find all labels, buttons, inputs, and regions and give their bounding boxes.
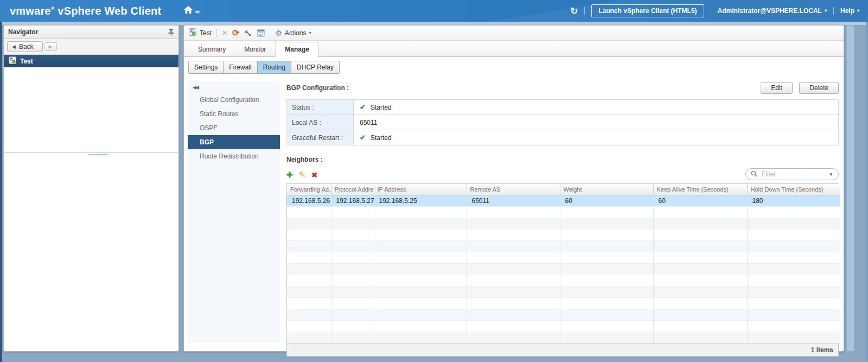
launch-vsphere-client-button[interactable]: Launch vSphere Client (HTML5) xyxy=(591,4,704,17)
actions-menu-button[interactable]: ⚙ Actions ▾ xyxy=(275,29,311,37)
column-header-protocol-address[interactable]: Protocol Address xyxy=(331,184,374,195)
chevron-down-icon: ▾ xyxy=(857,9,859,13)
column-header-remote-as[interactable]: Remote AS xyxy=(467,184,560,195)
help-menu-label: Help xyxy=(840,7,854,15)
neighbors-title: Neighbors : xyxy=(286,156,839,163)
tab-monitor[interactable]: Monitor xyxy=(235,42,275,56)
cell-empty xyxy=(560,332,653,344)
status-check-icon: ✔ xyxy=(360,134,366,142)
cell-empty xyxy=(287,241,331,252)
subnav-item-route-redistribution[interactable]: Route Redistribution xyxy=(188,149,280,163)
cell-empty xyxy=(467,207,560,218)
subtab-dhcp-relay[interactable]: DHCP Relay xyxy=(291,61,340,74)
cell-empty xyxy=(467,275,560,287)
neighbors-grid: Forwarding Ad...Protocol AddressIP Addre… xyxy=(286,183,839,344)
table-row[interactable]: 192.168.5.26192.168.5.27192.168.5.256501… xyxy=(287,195,840,207)
filter-dropdown-icon[interactable]: ▼ xyxy=(829,172,833,177)
cell-empty xyxy=(331,287,374,298)
column-header-forwarding-ad[interactable]: Forwarding Ad... xyxy=(287,184,331,195)
grid-header-row: Forwarding Ad...Protocol AddressIP Addre… xyxy=(287,184,840,195)
separator xyxy=(270,29,270,37)
tab-summary[interactable]: Summary xyxy=(189,42,234,56)
cell-empty xyxy=(747,252,840,264)
items-count: 1 items xyxy=(286,344,839,357)
menu-hamburger-icon[interactable]: ≡ xyxy=(195,7,200,15)
filter-input[interactable] xyxy=(761,170,826,179)
config-label: Graceful Restart : xyxy=(287,130,354,145)
console-icon[interactable] xyxy=(257,29,265,37)
nsx-edge-icon xyxy=(9,56,16,66)
cell-empty xyxy=(467,321,560,332)
cell-empty xyxy=(331,309,374,321)
edit-neighbor-icon[interactable]: ✎ xyxy=(299,170,306,180)
separator xyxy=(584,7,585,15)
subnav-item-ospf[interactable]: OSPF xyxy=(188,121,280,135)
navigator-splitter[interactable] xyxy=(4,153,178,153)
back-button[interactable]: ◀Back xyxy=(7,41,43,52)
help-menu[interactable]: Help▾ xyxy=(840,7,859,15)
subtab-routing[interactable]: Routing xyxy=(258,61,291,74)
delete-object-icon[interactable]: ✕ xyxy=(222,30,227,36)
subtab-firewall[interactable]: Firewall xyxy=(224,61,257,74)
cell: 60 xyxy=(653,195,747,207)
home-button[interactable]: ≡ xyxy=(184,6,200,16)
manage-content: SettingsFirewallRoutingDHCP Relay ◀◀ Glo… xyxy=(184,56,844,351)
cell-empty xyxy=(331,241,374,252)
tab-manage[interactable]: Manage xyxy=(276,42,318,57)
column-header-ip-address[interactable]: IP Address xyxy=(374,184,467,195)
delete-neighbor-icon[interactable]: ✖ xyxy=(311,171,317,179)
collapsed-side-panel[interactable] xyxy=(846,25,854,352)
cell-empty xyxy=(374,298,467,309)
routing-subnav: ◀◀ Global ConfigurationStatic RoutesOSPF… xyxy=(188,81,280,342)
cell-empty xyxy=(467,309,560,321)
cell-empty xyxy=(374,321,467,332)
separator xyxy=(711,7,711,15)
add-neighbor-icon[interactable]: ✚ xyxy=(286,170,293,179)
cell-empty xyxy=(374,230,467,241)
cell-empty xyxy=(287,275,331,287)
column-header-hold-down-time-seconds[interactable]: Hold Down Time (Seconds) xyxy=(747,184,840,195)
subnav-items: Global ConfigurationStatic RoutesOSPFBGP… xyxy=(188,93,280,163)
cell-empty xyxy=(747,287,840,298)
bgp-config-title: BGP Configuration : xyxy=(286,84,349,92)
cell-empty xyxy=(653,287,747,298)
cell: 65011 xyxy=(467,195,560,207)
edit-button[interactable]: Edit xyxy=(761,82,793,94)
neighbors-table-body: 192.168.5.26192.168.5.27192.168.5.256501… xyxy=(287,195,840,344)
cell-empty xyxy=(747,332,840,344)
brand-logo: vmware® vSphere Web Client xyxy=(10,5,161,17)
subnav-item-static-routes[interactable]: Static Routes xyxy=(188,107,280,121)
navigator-header: Navigator xyxy=(4,26,178,39)
pin-icon[interactable] xyxy=(168,29,174,36)
config-row: Graceful Restart :✔Started xyxy=(287,130,839,145)
cell-empty xyxy=(331,218,374,230)
neighbors-toolbar: ✚ ✎ ✖ ▼ xyxy=(286,168,839,181)
collapse-panel-icon[interactable]: ◀◀ xyxy=(188,81,280,93)
forward-button[interactable]: ▶ xyxy=(44,42,57,51)
brand-product-name: vSphere Web Client xyxy=(58,5,161,17)
cell-empty xyxy=(560,321,653,332)
cell: 180 xyxy=(747,195,840,207)
cell-empty xyxy=(560,298,653,309)
top-bar: vmware® vSphere Web Client ≡ ↻ Launch vS… xyxy=(0,0,868,22)
cell-empty xyxy=(287,218,331,230)
user-menu[interactable]: Administrator@VSPHERE.LOCAL▾ xyxy=(718,7,827,15)
cell-empty xyxy=(653,275,747,287)
subnav-item-global-configuration[interactable]: Global Configuration xyxy=(188,93,280,107)
table-row-empty xyxy=(287,298,840,309)
subnav-item-bgp[interactable]: BGP xyxy=(188,135,280,149)
nsx-edge-icon xyxy=(189,28,196,37)
redeploy-icon[interactable]: ⟳ xyxy=(232,29,239,37)
cell-empty xyxy=(287,207,331,218)
navigator-toolbar: ◀Back ▶ xyxy=(4,39,178,55)
force-sync-icon[interactable] xyxy=(244,29,252,37)
delete-button[interactable]: Delete xyxy=(799,82,839,94)
subtab-settings[interactable]: Settings xyxy=(188,61,224,74)
separator xyxy=(216,29,217,37)
sidebar-item-test[interactable]: Test xyxy=(4,55,178,67)
cell-empty xyxy=(560,287,653,298)
global-refresh-icon[interactable]: ↻ xyxy=(570,7,578,16)
column-header-keep-alive-time-seconds[interactable]: Keep Alive Time (Seconds) xyxy=(653,184,747,195)
back-arrow-icon: ◀ xyxy=(12,44,16,49)
column-header-weight[interactable]: Weight xyxy=(560,184,653,195)
